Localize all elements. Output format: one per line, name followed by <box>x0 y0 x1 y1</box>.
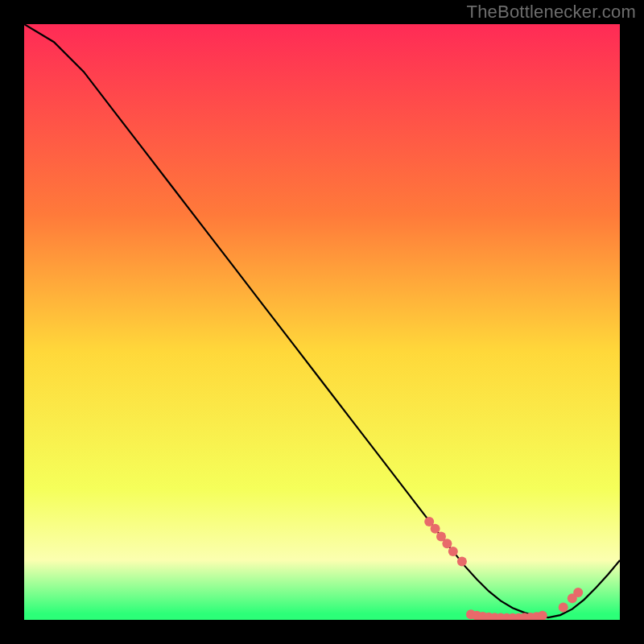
data-marker <box>559 602 568 612</box>
chart-frame: TheBottlenecker.com <box>0 0 644 644</box>
data-marker <box>457 556 467 566</box>
data-marker <box>573 588 583 597</box>
watermark-text: TheBottlenecker.com <box>467 2 636 23</box>
data-marker <box>431 524 440 534</box>
chart-svg <box>24 24 620 620</box>
plot-area <box>24 24 620 620</box>
data-marker <box>442 539 452 548</box>
gradient-background <box>24 24 620 620</box>
data-marker <box>448 547 458 556</box>
